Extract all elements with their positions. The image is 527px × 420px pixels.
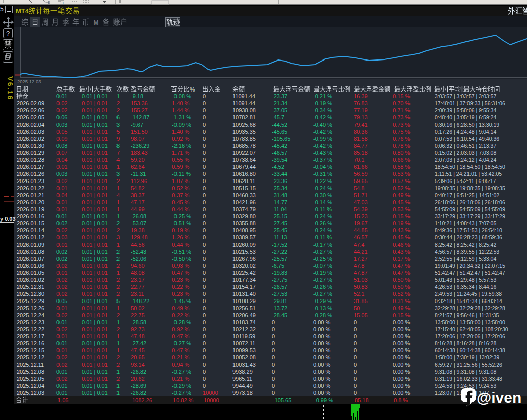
svg-text:F: F — [63, 1, 65, 5]
svg-text:E: E — [48, 1, 50, 4]
